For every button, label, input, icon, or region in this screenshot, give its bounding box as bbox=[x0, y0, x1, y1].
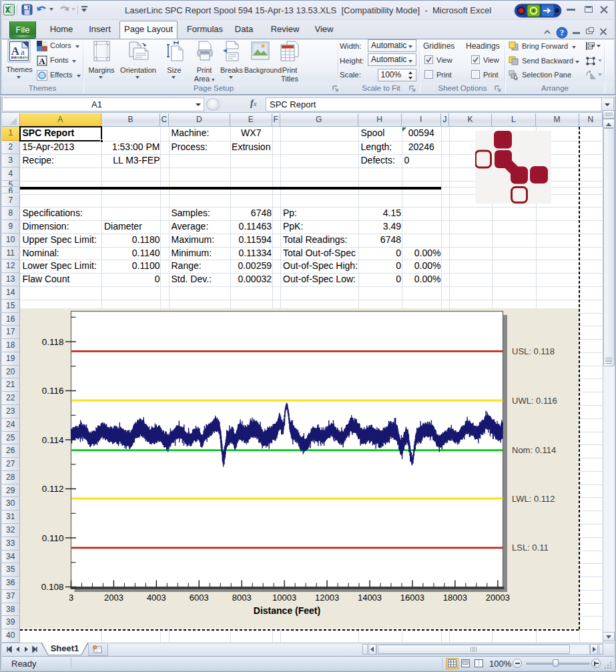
svg-text:16003: 16003 bbox=[400, 593, 424, 603]
svg-text:LWL: 0.112: LWL: 0.112 bbox=[512, 494, 555, 504]
svg-text:Nom: 0.114: Nom: 0.114 bbox=[512, 445, 556, 455]
svg-text:2003: 2003 bbox=[103, 593, 123, 603]
svg-text:UWL: 0.116: UWL: 0.116 bbox=[512, 396, 557, 406]
svg-text:6003: 6003 bbox=[189, 593, 208, 603]
svg-text:a: a bbox=[21, 47, 25, 57]
svg-text:0.110: 0.110 bbox=[41, 533, 63, 543]
svg-text:0.116: 0.116 bbox=[41, 386, 63, 396]
svg-text:?: ? bbox=[560, 28, 564, 37]
svg-text:LSL: 0.11: LSL: 0.11 bbox=[512, 543, 549, 553]
svg-text:0.118: 0.118 bbox=[41, 337, 63, 347]
svg-text:0.108: 0.108 bbox=[41, 582, 63, 592]
svg-text:Distance (Feet): Distance (Feet) bbox=[253, 605, 320, 616]
svg-text:USL: 0.118: USL: 0.118 bbox=[512, 346, 555, 356]
svg-text:10003: 10003 bbox=[272, 593, 296, 603]
svg-text:3: 3 bbox=[68, 593, 73, 603]
svg-text:18003: 18003 bbox=[442, 593, 467, 603]
svg-text:4003: 4003 bbox=[146, 593, 166, 603]
svg-text:12003: 12003 bbox=[315, 593, 339, 603]
svg-text:14003: 14003 bbox=[357, 593, 381, 603]
svg-text:A: A bbox=[39, 56, 45, 66]
svg-text:A: A bbox=[11, 45, 20, 57]
svg-text:8003: 8003 bbox=[232, 593, 251, 603]
svg-text:0.114: 0.114 bbox=[41, 435, 63, 445]
svg-text:20003: 20003 bbox=[485, 593, 509, 603]
svg-text:0.112: 0.112 bbox=[41, 484, 63, 494]
